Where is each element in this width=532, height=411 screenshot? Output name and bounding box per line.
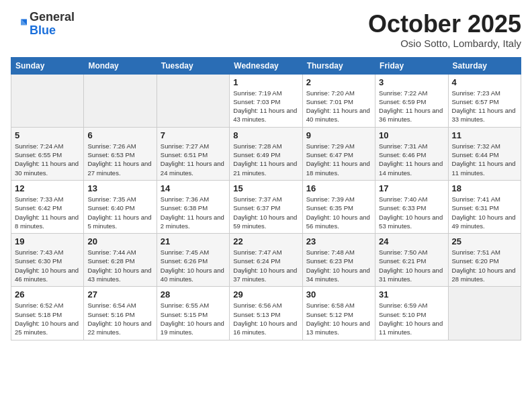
day-number: 5 <box>15 130 80 140</box>
day-info: Sunrise: 7:37 AM Sunset: 6:37 PM Dayligh… <box>233 195 298 230</box>
calendar-cell: 13Sunrise: 7:35 AM Sunset: 6:40 PM Dayli… <box>84 180 157 233</box>
day-info: Sunrise: 7:40 AM Sunset: 6:33 PM Dayligh… <box>379 195 444 230</box>
day-number: 3 <box>379 77 444 87</box>
calendar-cell <box>11 74 84 127</box>
day-info: Sunrise: 7:43 AM Sunset: 6:30 PM Dayligh… <box>15 248 80 283</box>
day-info: Sunrise: 7:26 AM Sunset: 6:53 PM Dayligh… <box>87 142 152 177</box>
calendar-cell <box>157 74 229 127</box>
calendar-cell: 4Sunrise: 7:23 AM Sunset: 6:57 PM Daylig… <box>448 74 521 127</box>
day-info: Sunrise: 7:48 AM Sunset: 6:23 PM Dayligh… <box>306 248 371 283</box>
weekday-header-friday: Friday <box>375 57 448 74</box>
logo-general-text: General <box>30 10 75 24</box>
calendar-cell: 18Sunrise: 7:41 AM Sunset: 6:31 PM Dayli… <box>448 180 521 233</box>
calendar-week-row: 19Sunrise: 7:43 AM Sunset: 6:30 PM Dayli… <box>11 234 521 287</box>
day-info: Sunrise: 7:33 AM Sunset: 6:42 PM Dayligh… <box>15 195 80 230</box>
day-info: Sunrise: 7:35 AM Sunset: 6:40 PM Dayligh… <box>87 195 152 230</box>
day-number: 23 <box>306 236 371 246</box>
calendar-cell: 28Sunrise: 6:55 AM Sunset: 5:15 PM Dayli… <box>157 287 229 340</box>
day-number: 26 <box>15 289 80 300</box>
weekday-header-sunday: Sunday <box>11 57 84 74</box>
day-number: 19 <box>15 236 80 246</box>
day-info: Sunrise: 7:27 AM Sunset: 6:51 PM Dayligh… <box>161 142 226 177</box>
calendar-cell: 3Sunrise: 7:22 AM Sunset: 6:59 PM Daylig… <box>375 74 448 127</box>
weekday-header-tuesday: Tuesday <box>157 57 229 74</box>
day-info: Sunrise: 7:23 AM Sunset: 6:57 PM Dayligh… <box>452 89 517 124</box>
calendar-week-row: 1Sunrise: 7:19 AM Sunset: 7:03 PM Daylig… <box>11 74 521 127</box>
day-number: 8 <box>233 130 298 140</box>
calendar-cell: 14Sunrise: 7:36 AM Sunset: 6:38 PM Dayli… <box>157 180 229 233</box>
calendar-cell: 30Sunrise: 6:58 AM Sunset: 5:12 PM Dayli… <box>302 287 375 340</box>
calendar-cell: 20Sunrise: 7:44 AM Sunset: 6:28 PM Dayli… <box>84 234 157 287</box>
day-info: Sunrise: 7:29 AM Sunset: 6:47 PM Dayligh… <box>306 142 371 177</box>
calendar-table: SundayMondayTuesdayWednesdayThursdayFrid… <box>11 57 521 340</box>
calendar-cell: 31Sunrise: 6:59 AM Sunset: 5:10 PM Dayli… <box>375 287 448 340</box>
day-number: 31 <box>379 289 444 300</box>
title-block: October 2025 Osio Sotto, Lombardy, Italy <box>368 11 521 49</box>
day-number: 13 <box>87 183 152 193</box>
day-info: Sunrise: 7:39 AM Sunset: 6:35 PM Dayligh… <box>306 195 371 230</box>
day-info: Sunrise: 6:55 AM Sunset: 5:15 PM Dayligh… <box>161 301 226 336</box>
day-info: Sunrise: 6:54 AM Sunset: 5:16 PM Dayligh… <box>87 301 152 336</box>
day-number: 27 <box>87 289 152 300</box>
day-info: Sunrise: 7:22 AM Sunset: 6:59 PM Dayligh… <box>379 89 444 124</box>
day-info: Sunrise: 7:28 AM Sunset: 6:49 PM Dayligh… <box>233 142 298 177</box>
calendar-cell: 21Sunrise: 7:45 AM Sunset: 6:26 PM Dayli… <box>157 234 229 287</box>
day-info: Sunrise: 7:41 AM Sunset: 6:31 PM Dayligh… <box>452 195 517 230</box>
day-number: 15 <box>233 183 298 193</box>
day-info: Sunrise: 7:45 AM Sunset: 6:26 PM Dayligh… <box>161 248 226 283</box>
day-info: Sunrise: 7:19 AM Sunset: 7:03 PM Dayligh… <box>233 89 298 124</box>
calendar-week-row: 26Sunrise: 6:52 AM Sunset: 5:18 PM Dayli… <box>11 287 521 340</box>
weekday-header-wednesday: Wednesday <box>230 57 302 74</box>
day-number: 7 <box>161 130 226 140</box>
calendar-cell: 23Sunrise: 7:48 AM Sunset: 6:23 PM Dayli… <box>302 234 375 287</box>
calendar-week-row: 5Sunrise: 7:24 AM Sunset: 6:55 PM Daylig… <box>11 127 521 180</box>
day-number: 2 <box>306 77 371 87</box>
day-info: Sunrise: 7:47 AM Sunset: 6:24 PM Dayligh… <box>233 248 298 283</box>
logo-icon <box>11 16 27 32</box>
day-info: Sunrise: 7:44 AM Sunset: 6:28 PM Dayligh… <box>87 248 152 283</box>
day-number: 1 <box>233 77 298 87</box>
weekday-header-thursday: Thursday <box>302 57 375 74</box>
day-number: 30 <box>306 289 371 300</box>
day-number: 24 <box>379 236 444 246</box>
day-number: 12 <box>15 183 80 193</box>
day-number: 14 <box>161 183 226 193</box>
day-number: 10 <box>379 130 444 140</box>
calendar-cell <box>448 287 521 340</box>
calendar-cell: 12Sunrise: 7:33 AM Sunset: 6:42 PM Dayli… <box>11 180 84 233</box>
logo: General Blue <box>11 11 75 38</box>
day-info: Sunrise: 7:36 AM Sunset: 6:38 PM Dayligh… <box>161 195 226 230</box>
calendar-header-row: SundayMondayTuesdayWednesdayThursdayFrid… <box>11 57 521 74</box>
calendar-cell: 29Sunrise: 6:56 AM Sunset: 5:13 PM Dayli… <box>230 287 302 340</box>
calendar-cell: 26Sunrise: 6:52 AM Sunset: 5:18 PM Dayli… <box>11 287 84 340</box>
day-info: Sunrise: 6:59 AM Sunset: 5:10 PM Dayligh… <box>379 301 444 336</box>
calendar-cell <box>84 74 157 127</box>
calendar-cell: 24Sunrise: 7:50 AM Sunset: 6:21 PM Dayli… <box>375 234 448 287</box>
calendar-cell: 10Sunrise: 7:31 AM Sunset: 6:46 PM Dayli… <box>375 127 448 180</box>
day-number: 6 <box>87 130 152 140</box>
calendar-week-row: 12Sunrise: 7:33 AM Sunset: 6:42 PM Dayli… <box>11 180 521 233</box>
month-title: October 2025 <box>368 11 521 38</box>
logo-blue-text: Blue <box>30 24 56 37</box>
day-info: Sunrise: 7:50 AM Sunset: 6:21 PM Dayligh… <box>379 248 444 283</box>
calendar-cell: 8Sunrise: 7:28 AM Sunset: 6:49 PM Daylig… <box>230 127 302 180</box>
day-info: Sunrise: 7:24 AM Sunset: 6:55 PM Dayligh… <box>15 142 80 177</box>
day-info: Sunrise: 6:56 AM Sunset: 5:13 PM Dayligh… <box>233 301 298 336</box>
calendar-cell: 22Sunrise: 7:47 AM Sunset: 6:24 PM Dayli… <box>230 234 302 287</box>
day-info: Sunrise: 7:32 AM Sunset: 6:44 PM Dayligh… <box>452 142 517 177</box>
day-number: 21 <box>161 236 226 246</box>
calendar-cell: 9Sunrise: 7:29 AM Sunset: 6:47 PM Daylig… <box>302 127 375 180</box>
weekday-header-monday: Monday <box>84 57 157 74</box>
calendar-cell: 27Sunrise: 6:54 AM Sunset: 5:16 PM Dayli… <box>84 287 157 340</box>
day-number: 16 <box>306 183 371 193</box>
day-number: 20 <box>87 236 152 246</box>
calendar-cell: 16Sunrise: 7:39 AM Sunset: 6:35 PM Dayli… <box>302 180 375 233</box>
day-info: Sunrise: 6:58 AM Sunset: 5:12 PM Dayligh… <box>306 301 371 336</box>
day-number: 29 <box>233 289 298 300</box>
day-number: 22 <box>233 236 298 246</box>
day-info: Sunrise: 6:52 AM Sunset: 5:18 PM Dayligh… <box>15 301 80 336</box>
page-header: General Blue October 2025 Osio Sotto, Lo… <box>11 11 521 49</box>
day-number: 28 <box>161 289 226 300</box>
calendar-cell: 15Sunrise: 7:37 AM Sunset: 6:37 PM Dayli… <box>230 180 302 233</box>
calendar-cell: 1Sunrise: 7:19 AM Sunset: 7:03 PM Daylig… <box>230 74 302 127</box>
